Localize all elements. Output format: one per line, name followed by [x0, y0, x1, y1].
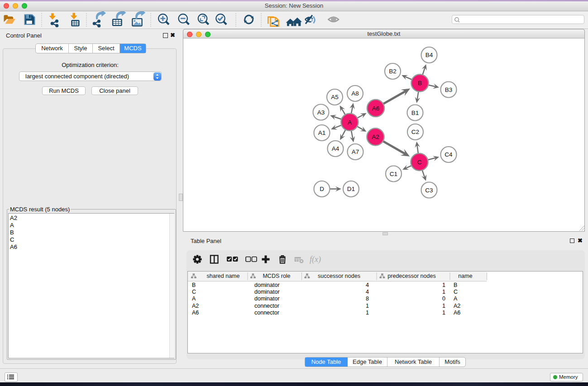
svg-text:C3: C3: [425, 187, 433, 194]
svg-text:1: 1: [442, 289, 445, 295]
svg-text:B: B: [192, 282, 196, 288]
svg-text:name: name: [458, 273, 472, 279]
svg-text:A: A: [454, 295, 458, 302]
svg-text:A6: A6: [454, 310, 460, 316]
svg-text:B3: B3: [445, 86, 453, 93]
svg-text:1: 1: [366, 310, 369, 316]
svg-text:C1: C1: [390, 171, 397, 177]
svg-text:dominator: dominator: [254, 295, 280, 302]
svg-text:D1: D1: [347, 186, 355, 192]
svg-text:f(x): f(x): [310, 255, 321, 264]
svg-text:A: A: [192, 295, 196, 302]
svg-text:1: 1: [442, 310, 445, 316]
svg-text:A6: A6: [192, 310, 199, 316]
svg-text:connector: connector: [254, 310, 279, 316]
svg-text:1: 1: [366, 303, 369, 309]
svg-text:A8: A8: [351, 90, 359, 97]
svg-text:A1: A1: [318, 129, 326, 136]
svg-text:A3: A3: [317, 109, 325, 116]
svg-text:shared name: shared name: [207, 273, 240, 279]
svg-text:A6: A6: [372, 105, 380, 112]
svg-text:A2: A2: [372, 133, 379, 140]
svg-text:4: 4: [366, 289, 369, 295]
svg-text:B: B: [418, 80, 422, 86]
svg-text:0: 0: [442, 295, 445, 302]
svg-text:predecessor nodes: predecessor nodes: [387, 273, 435, 279]
svg-text:C: C: [454, 289, 458, 295]
svg-text:A2: A2: [454, 303, 460, 309]
svg-text:connector: connector: [254, 303, 279, 309]
svg-text:B4: B4: [425, 52, 433, 58]
svg-text:B: B: [454, 282, 457, 288]
svg-text:A4: A4: [332, 145, 339, 152]
svg-text:A5: A5: [331, 94, 339, 100]
svg-text:B2: B2: [389, 68, 397, 75]
svg-text:4: 4: [366, 282, 369, 288]
svg-text:A2: A2: [192, 303, 199, 309]
svg-text:C4: C4: [445, 151, 453, 158]
svg-text:1: 1: [442, 282, 445, 288]
svg-text:dominator: dominator: [254, 289, 280, 295]
svg-text:1: 1: [442, 303, 445, 309]
svg-text:A7: A7: [352, 148, 359, 155]
svg-text:dominator: dominator: [254, 282, 280, 288]
svg-text:MCDS role: MCDS role: [263, 273, 290, 279]
svg-text:C: C: [192, 289, 196, 295]
svg-text:C: C: [417, 159, 422, 166]
svg-text:successor nodes: successor nodes: [318, 273, 360, 279]
svg-text:B1: B1: [411, 110, 419, 116]
svg-text:C2: C2: [411, 129, 419, 135]
svg-text:A: A: [348, 119, 352, 126]
svg-text:D: D: [320, 186, 324, 192]
svg-text:8: 8: [366, 295, 369, 302]
